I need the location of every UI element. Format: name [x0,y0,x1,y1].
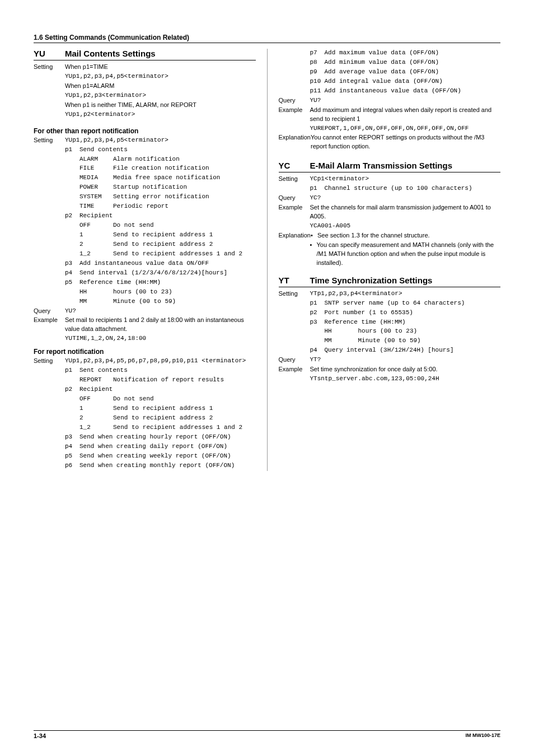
label-query: Query [279,356,310,365]
doc-id: IM MW100-17E [465,732,500,739]
label-example: Example [279,106,310,124]
cmd-code: YU [34,49,65,58]
column-divider [267,49,268,471]
pdesc: Recipient [79,212,256,221]
cmd-yu: YU Mail Contents Settings SettingWhen p1… [34,49,256,119]
explanation-text: You cannot enter REPORT settings on prod… [311,133,500,151]
pkey: 1_2 [79,250,113,259]
pnum: p1 [310,299,325,308]
pdesc: File creation notification [113,164,256,173]
pdesc: Recipient [79,385,256,394]
pnum: p3 [310,318,325,327]
text: When p1 is neither TIME, ALARM, nor REPO… [65,101,256,110]
cmd-yc: YC E-Mail Alarm Transmission Settings Se… [279,161,501,267]
pdesc: Send when creating weekly report (OFF/ON… [79,452,256,461]
pnum: p5 [65,278,79,287]
pnum: p5 [65,452,79,461]
example-text: Add maximum and integral values when dai… [310,106,501,124]
label-explanation: Explanation [279,133,311,151]
cmd-yt: YT Time Synchronization Settings Setting… [279,276,501,384]
pkey: MM [325,337,358,346]
bullet-text: You can specify measurement and MATH cha… [317,241,501,268]
pnum: p1 [65,146,79,155]
example-text: Set mail to recipients 1 and 2 daily at … [65,316,256,334]
cmd-title: Time Synchronization Settings [310,276,433,285]
pdesc: Reference time (HH:MM) [79,278,256,287]
pnum: p11 [310,87,325,96]
pkey: OFF [79,395,113,404]
pkey: OFF [79,221,113,230]
label-example: Example [34,316,65,334]
pdesc: Send interval (1/2/3/4/6/8/12/24)[hours] [79,269,256,278]
label-query: Query [34,307,65,316]
pdesc: Media free space notification [113,174,256,183]
pkey: 2 [79,240,113,249]
pdesc: Add minimum value data (OFF/ON) [325,58,501,67]
pdesc: Add instantaneous value data (OFF/ON) [325,87,501,96]
section-header: 1.6 Setting Commands (Communication Rela… [34,34,500,43]
pdesc: Send to recipient addresses 1 and 2 [113,423,256,432]
pdesc: Periodic report [113,202,256,211]
label-setting: Setting [279,175,310,184]
pkey: ALARM [79,155,113,164]
pkey: FILE [79,164,113,173]
pnum: p8 [310,58,325,67]
pdesc: Do not send [113,395,256,404]
pnum: p2 [65,385,79,394]
example-text: Set the channels for mail alarm transmis… [310,203,501,221]
pdesc: Do not send [113,221,256,230]
pdesc: Send to recipient address 2 [113,414,256,423]
example-code: YCA001-A005 [310,222,501,231]
pdesc: Send when creating hourly report (OFF/ON… [79,433,256,442]
example-code: YTsntp_server.abc.com,123,05:00,24H [310,375,501,384]
example-code: YUREPORT,1,OFF,ON,OFF,OFF,ON,OFF,OFF,ON,… [310,124,501,133]
pnum: p3 [65,259,79,268]
syntax: YUp1,p2,p3,p4,p5<terminator> [65,72,256,81]
pnum: p4 [65,442,79,451]
pdesc: hours (00 to 23) [358,327,501,336]
pdesc: Send to recipient address 1 [113,404,256,413]
pnum: p10 [310,77,325,86]
pnum: p2 [65,212,79,221]
subhead-report: For report notification [34,348,256,356]
pdesc: Send contents [79,146,256,155]
pdesc: Query interval (3H/12H/24H) [hours] [325,346,501,355]
pnum: p9 [310,68,325,77]
pkey: HH [325,327,358,336]
pkey: 1 [79,231,113,240]
pkey: REPORT [79,376,113,385]
label-example: Example [279,203,310,221]
pkey: SYSTEM [79,193,113,202]
bullet-icon: • [310,241,317,268]
example-code: YUTIME,1_2,ON,24,18:00 [65,334,256,343]
pkey: MM [79,297,113,306]
pdesc: Port number (1 to 65535) [325,309,501,318]
pkey: MEDIA [79,174,113,183]
example-text: Set time synchronization for once daily … [310,365,501,374]
pdesc: Startup notification [113,183,256,192]
pnum: p2 [310,309,325,318]
pnum: p1 [65,366,79,375]
pdesc: Send to recipient address 2 [113,240,256,249]
syntax: YUp1,p2<terminator> [65,110,256,119]
cmd-title: E-Mail Alarm Transmission Settings [310,161,453,170]
pnum: p4 [65,269,79,278]
page-footer: 1-34 IM MW100-17E [34,730,500,739]
pdesc: Send when creating monthly report (OFF/O… [79,461,256,470]
label-setting: Setting [279,290,310,298]
query: YT? [310,356,501,365]
pnum: p6 [65,461,79,470]
left-column: YU Mail Contents Settings SettingWhen p1… [34,49,256,471]
cmd-code: YC [279,161,310,170]
pnum: p3 [65,433,79,442]
label-explanation: Explanation [279,231,311,240]
pdesc: Send when creating daily report (OFF/ON) [79,442,256,451]
bullet-text: See section 1.3 for the channel structur… [317,232,430,239]
pdesc: Sent contents [79,366,256,375]
pdesc: Channel structure (up to 100 characters) [325,184,501,193]
pdesc: Add maximum value data (OFF/ON) [325,49,501,58]
label-example: Example [279,365,310,374]
cmd-code: YT [279,276,310,285]
pdesc: Add average value data (OFF/ON) [325,68,501,77]
right-column: p7Add maximum value data (OFF/ON) p8Add … [279,49,501,471]
